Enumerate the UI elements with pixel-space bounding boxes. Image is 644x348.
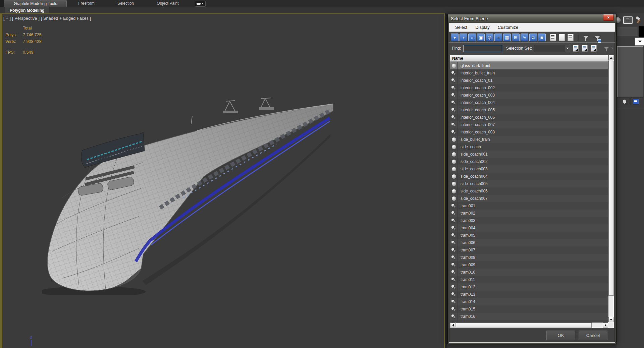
quick-filter-dropdown[interactable] [602,47,613,50]
viewport-label[interactable]: [ + ] [ Perspective ] [ Shaded + Edged F… [3,16,91,21]
utilities-tab-icon[interactable] [635,16,643,24]
horizontal-scrollbar[interactable] [450,322,608,328]
modifier-list-dropdown[interactable] [635,38,644,46]
object-name-field[interactable] [616,27,638,36]
tab-object-paint[interactable]: Object Paint [145,0,190,7]
list-item[interactable]: tram010 [450,269,608,276]
modifier-stack-panel[interactable] [617,46,643,97]
scroll-down-button[interactable] [608,317,614,322]
list-item[interactable]: tram006 [450,239,608,246]
list-item[interactable]: tram014 [450,298,608,305]
display-shapes-button[interactable]: ◑ [460,34,467,41]
display-influences-icon[interactable] [559,34,565,41]
cancel-button[interactable]: Cancel [579,331,607,340]
item-name: tram006 [458,240,475,245]
geometry-shapes-glyph [451,71,456,75]
display-helpers-button[interactable]: ◎ [486,34,493,41]
lock-cell-editing-icon[interactable] [568,34,574,41]
geometry-shapes-glyph [451,292,456,297]
shapes-icon [450,276,458,283]
shapes-icon [450,232,458,239]
display-lights-button[interactable]: ☼ [468,34,476,41]
list-item[interactable]: interior_coach_002 [450,84,608,92]
schematic-view-icon[interactable] [633,99,639,104]
perspective-viewport[interactable]: [ + ] [ Perspective ] [ Shaded + Edged F… [0,13,445,348]
vertical-scrollbar-thumb[interactable] [608,61,614,296]
filter-icon[interactable] [583,36,589,39]
tab-polygon-modeling[interactable]: Polygon Modeling [5,7,49,14]
vertical-scrollbar[interactable] [608,55,614,322]
list-item[interactable]: interior_coach_005 [450,106,608,114]
tab-graphite-modeling-tools[interactable]: Graphite Modeling Tools [4,0,67,7]
list-item[interactable]: interior_coach_007 [450,121,608,128]
list-item[interactable]: tram002 [450,210,608,217]
horizontal-scrollbar-thumb[interactable] [456,323,592,328]
list-item[interactable]: side_coach002 [450,158,608,165]
list-item[interactable]: tram011 [450,276,608,283]
list-item[interactable]: tram008 [450,254,608,261]
object-color-swatch[interactable] [639,26,644,37]
item-name: interior_coach_003 [458,93,495,98]
tab-selection[interactable]: Selection [106,0,145,7]
find-input[interactable] [463,45,502,52]
scroll-up-button[interactable] [608,55,614,60]
list-item[interactable]: tram016 [450,313,608,320]
filter-sets-icon[interactable] [595,36,600,39]
list-item[interactable]: tram001 [450,202,608,210]
list-item[interactable]: side_bullet_train [450,136,608,143]
list-item[interactable]: interior_coach_004 [450,99,608,106]
shapes-icon [450,269,458,276]
name-column-header[interactable]: Name [450,55,608,62]
list-item[interactable]: side_coach007 [450,195,608,202]
select-all-icon[interactable] [573,45,579,52]
geometry-shapes-glyph [451,300,456,304]
display-tab-icon[interactable] [623,16,633,24]
list-item[interactable]: side_coach003 [450,165,608,173]
list-item[interactable]: side_coach005 [450,180,608,187]
list-item[interactable]: interior_bullet_train [450,69,608,77]
list-item[interactable]: glass_dark_front [450,62,608,69]
list-item[interactable]: interior_coach_008 [450,128,608,136]
dialog-titlebar[interactable]: Select From Scene x [448,14,616,23]
hand-icon[interactable] [622,99,627,104]
display-groups-button[interactable]: ▩ [503,34,511,41]
list-item[interactable]: interior_coach_003 [450,92,608,99]
list-item[interactable]: tram003 [450,217,608,224]
display-bones-button[interactable]: ∿ [521,34,528,41]
list-item[interactable]: tram015 [450,305,608,313]
display-cameras-button[interactable]: ▣ [477,34,485,41]
menu-select[interactable]: Select [451,23,471,32]
tab-freeform[interactable]: Freeform [67,0,106,7]
scroll-left-button[interactable] [450,323,455,328]
list-item[interactable]: tram012 [450,283,608,291]
item-name: interior_coach_006 [458,115,495,120]
list-item[interactable]: tram004 [450,224,608,232]
menu-customize[interactable]: Customize [494,23,522,32]
list-item[interactable]: interior_coach_01 [450,77,608,84]
list-item[interactable]: tram007 [450,246,608,254]
select-invert-icon[interactable] [591,45,597,52]
display-xrefs-button[interactable]: ⊞ [512,34,520,41]
select-none-icon[interactable] [582,45,588,52]
ok-button[interactable]: OK [546,331,575,340]
display-containers-button[interactable]: ◘ [529,34,537,41]
ribbon-overflow-button[interactable] [195,1,206,7]
list-item[interactable]: side_coach006 [450,187,608,195]
display-space-warps-button[interactable]: ≈ [494,34,502,41]
selection-set-dropdown-button[interactable] [565,45,570,52]
list-item[interactable]: tram005 [450,232,608,239]
list-item[interactable]: tram009 [450,261,608,269]
display-frozen-button[interactable]: ◙ [538,34,546,41]
display-children-icon[interactable] [550,34,556,41]
scroll-right-button[interactable] [603,323,608,328]
viewport-active-border-left [0,13,2,348]
menu-display[interactable]: Display [471,23,494,32]
list-item[interactable]: side_coach [450,143,608,151]
list-item[interactable]: tram013 [450,291,608,298]
list-item[interactable]: side_coach001 [450,151,608,158]
list-item[interactable]: interior_coach_006 [450,114,608,121]
display-geometry-button[interactable]: ● [451,34,459,41]
list-item[interactable]: side_coach004 [450,173,608,180]
close-button[interactable]: x [603,14,614,21]
selection-set-dropdown[interactable] [534,45,570,52]
